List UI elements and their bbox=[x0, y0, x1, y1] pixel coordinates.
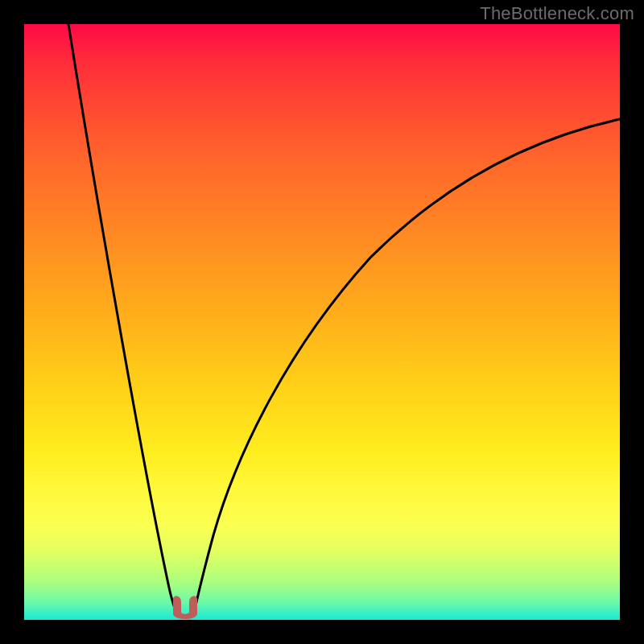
chart-area bbox=[24, 24, 620, 620]
valley-marker-icon bbox=[174, 597, 196, 618]
bottleneck-curve bbox=[24, 24, 620, 620]
curve-left-path bbox=[68, 24, 176, 613]
curve-right-path bbox=[194, 119, 620, 613]
watermark-text: TheBottleneck.com bbox=[480, 3, 634, 24]
